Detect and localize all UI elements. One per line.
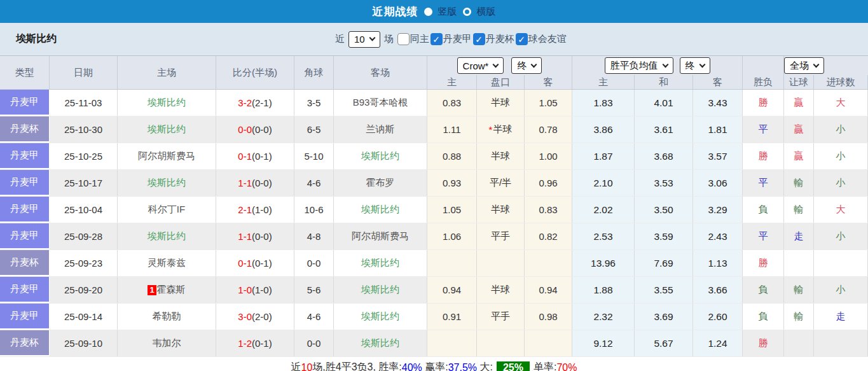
away-team-cell: 埃斯比约: [334, 143, 427, 169]
league-type-cell: 丹麦甲: [0, 143, 50, 169]
chevron-down-icon: [699, 61, 705, 67]
result-cell: 平: [743, 223, 784, 249]
table-row: 丹麦甲25-09-201霍森斯1-0(1-0)5-6埃斯比约0.94半球0.94…: [0, 277, 868, 304]
league-type-cell: 丹麦甲: [0, 90, 50, 116]
odds-home-cell: 0.83: [427, 90, 477, 116]
table-row: 丹麦杯25-10-30埃斯比约0-0(0-0)6-5兰讷斯1.11*半球0.78…: [0, 116, 868, 143]
layout-horizontal-radio[interactable]: [463, 8, 471, 16]
let-result-cell: 輸: [784, 197, 814, 223]
col-header-corners: 角球: [294, 56, 334, 89]
handicap-cell: 半球: [477, 90, 525, 116]
odds-source-select[interactable]: Crow*: [457, 57, 504, 74]
goal-result-cell: 小: [814, 143, 868, 169]
odds-home-cell: 0.88: [427, 143, 477, 169]
team-name: 埃斯比约: [16, 32, 57, 46]
odds-home-cell: 1.06: [427, 223, 477, 249]
sub-header-avg-away: 客: [693, 75, 743, 89]
avg-home-cell: 1.88: [572, 277, 635, 303]
chevron-down-icon: [369, 35, 375, 41]
avg-home-cell: 13.96: [572, 250, 635, 276]
col-header-home: 主场: [118, 56, 216, 89]
avg-home-cell: 2.53: [572, 223, 635, 249]
odds-away-cell: [525, 330, 572, 356]
avg-away-cell: 3.06: [693, 170, 743, 196]
summary-text: 单率:: [534, 361, 556, 371]
result-cell: 負: [743, 304, 784, 330]
table-row: 丹麦杯25-09-23灵斯泰兹0-1(0-1)0-0埃斯比约13.967.691…: [0, 250, 868, 277]
score-cell: 3-2(2-1): [216, 90, 294, 116]
filter-checkbox-item: ✓丹麦甲: [431, 33, 472, 45]
handicap-cell: 半球: [477, 277, 525, 303]
sub-header-handicap: 盘口: [477, 75, 525, 89]
table-row: 丹麦甲25-10-04科尔丁IF2-1(1-0)10-6埃斯比约1.05半球0.…: [0, 197, 868, 223]
goal-result-cell: 小: [814, 170, 868, 196]
corners-cell: 0-0: [294, 250, 334, 276]
checkbox-checked-icon[interactable]: ✓: [473, 33, 485, 45]
avg-away-cell: 3.43: [693, 90, 743, 116]
score-cell: 0-1(0-1): [216, 250, 294, 276]
col-header-score: 比分(半场): [216, 56, 294, 89]
layout-vertical-radio[interactable]: [424, 8, 432, 16]
home-team-cell: 1霍森斯: [118, 277, 216, 303]
table-row: 丹麦杯25-09-10韦加尔1-2(0-1)0-0埃斯比约9.125.671.2…: [0, 330, 868, 357]
away-team-cell: 兰讷斯: [334, 116, 427, 143]
avg-source-select[interactable]: 胜平负均值: [605, 57, 673, 74]
league-type-cell: 丹麦甲: [0, 223, 50, 249]
col-header-type: 类型: [0, 56, 50, 89]
odds-away-cell: 1.00: [525, 143, 572, 169]
col-header-away: 客场: [334, 56, 427, 89]
odds-away-cell: 0.98: [525, 304, 572, 330]
table-row: 丹麦甲25-10-17埃斯比约1-1(0-0)4-6霍布罗0.93平/半0.96…: [0, 170, 868, 197]
scope-select[interactable]: 全场: [784, 57, 824, 74]
checkbox-unchecked-icon[interactable]: [397, 33, 410, 45]
result-cell: 負: [743, 277, 784, 303]
handicap-cell: 平手: [477, 223, 525, 249]
odds-home-cell: 1.11: [427, 116, 477, 143]
handicap-cell: *半球: [477, 116, 525, 143]
date-cell: 25-10-30: [50, 116, 118, 143]
let-result-cell: 輸: [784, 304, 814, 330]
layout-vertical-label[interactable]: 竖版: [438, 6, 457, 18]
avg-home-cell: 2.02: [572, 197, 635, 223]
avg-draw-cell: 3.53: [635, 170, 693, 196]
table-row: 丹麦甲25-09-28埃斯比约1-1(0-0)4-8阿尔胡斯费马1.06平手0.…: [0, 223, 868, 250]
odds-time-select[interactable]: 终: [511, 57, 542, 74]
table-row: 丹麦甲25-09-14希勒勒3-0(2-0)4-6埃斯比约0.91平手0.982…: [0, 304, 868, 330]
recent-count-select[interactable]: 10: [348, 31, 380, 48]
filter-controls: 近 10 场 同主✓丹麦甲✓丹麦杯✓球会友谊: [335, 23, 567, 55]
date-cell: 25-10-17: [50, 170, 118, 196]
avg-time-select[interactable]: 终: [680, 57, 710, 74]
league-type-cell: 丹麦甲: [0, 304, 50, 330]
avg-home-cell: 2.10: [572, 170, 635, 196]
summary-text: 大:: [477, 361, 493, 371]
result-cell: 平: [743, 170, 784, 196]
corners-cell: 10-6: [294, 197, 334, 223]
let-result-cell: 贏: [784, 90, 814, 116]
away-team-cell: 埃斯比约: [334, 250, 427, 276]
table-row: 丹麦甲25-10-25阿尔胡斯费马0-1(0-1)5-10埃斯比约0.88半球1…: [0, 143, 868, 170]
handicap-cell: 半球: [477, 143, 525, 169]
filter-checkbox-label[interactable]: 丹麦杯: [486, 33, 514, 45]
home-team-cell: 韦加尔: [118, 330, 216, 356]
page-title: 近期战绩: [373, 4, 418, 19]
avg-away-cell: 2.43: [693, 223, 743, 249]
goal-result-cell: 走: [814, 304, 868, 330]
corners-cell: 5-10: [294, 143, 334, 169]
layout-horizontal-label[interactable]: 横版: [477, 6, 496, 18]
date-cell: 25-09-28: [50, 223, 118, 249]
summary-text: 37.5%: [448, 362, 477, 371]
filter-checkbox-item: 同主: [397, 33, 429, 45]
away-team-cell: 霍布罗: [334, 170, 427, 196]
filter-checkbox-label[interactable]: 丹麦甲: [443, 33, 472, 45]
checkbox-checked-icon[interactable]: ✓: [431, 33, 443, 45]
corners-cell: 0-0: [294, 330, 334, 356]
filter-checkbox-label[interactable]: 同主: [410, 33, 429, 45]
checkbox-checked-icon[interactable]: ✓: [516, 33, 528, 45]
avg-draw-cell: 3.69: [635, 304, 693, 330]
league-type-cell: 丹麦甲: [0, 170, 50, 196]
sub-header-let: 让球: [784, 75, 814, 89]
avg-draw-cell: 7.69: [635, 250, 693, 276]
date-cell: 25-09-14: [50, 304, 118, 330]
filter-checkbox-label[interactable]: 球会友谊: [528, 33, 567, 45]
league-type-cell: 丹麦杯: [0, 116, 50, 143]
